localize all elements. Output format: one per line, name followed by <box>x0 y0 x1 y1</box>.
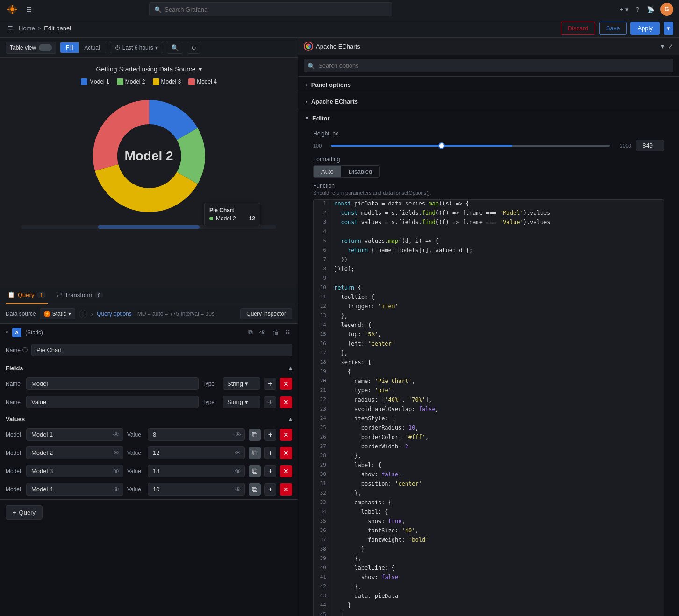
plugin-select-chevron-icon[interactable]: ▾ <box>661 42 664 50</box>
eye-value-icon-3[interactable]: 👁 <box>233 467 243 476</box>
data-source-bar: Data source ⚡ Static ▾ i › Query options… <box>0 304 298 324</box>
save-button[interactable]: Save <box>599 22 627 35</box>
drag-icon[interactable]: ⠿ <box>284 327 292 337</box>
values-label: Values <box>6 416 25 423</box>
add-field-button-2[interactable]: + <box>264 396 276 408</box>
apply-button[interactable]: Apply <box>630 22 660 35</box>
format-auto-button[interactable]: Auto <box>314 166 341 177</box>
avatar[interactable]: G <box>660 3 673 16</box>
delete-value-button-1[interactable]: ✕ <box>280 429 292 441</box>
delete-icon[interactable]: 🗑 <box>271 327 281 337</box>
apply-chevron-icon[interactable]: ▾ <box>664 22 673 35</box>
table-view-toggle[interactable]: Table view <box>6 42 56 54</box>
add-field-button-1[interactable]: + <box>264 378 276 390</box>
time-range-button[interactable]: ⏱ Last 6 hours ▾ <box>110 42 163 53</box>
eye-icon-1[interactable]: 👁 <box>111 430 122 439</box>
tab-transform[interactable]: ⇄ Transform 0 <box>55 287 106 304</box>
add-query-button[interactable]: + Query <box>6 505 43 520</box>
add-value-button-2[interactable]: + <box>264 447 277 459</box>
tab-transform-count: 0 <box>95 292 103 298</box>
delete-field-button-1[interactable]: ✕ <box>280 378 292 390</box>
model-input-1[interactable] <box>26 428 123 441</box>
discard-button[interactable]: Discard <box>561 22 595 35</box>
options-search-input[interactable] <box>304 59 673 72</box>
sidebar-toggle-icon[interactable]: ☰ <box>6 23 15 34</box>
fields-section-header: Fields ▴ <box>0 361 298 375</box>
help-icon[interactable]: ? <box>634 4 641 15</box>
notifications-icon[interactable]: 📡 <box>645 4 657 15</box>
panel-options-header[interactable]: › Panel options <box>298 77 679 93</box>
table-view-switch[interactable] <box>39 44 52 51</box>
tab-query[interactable]: 📋 Query 1 <box>6 287 48 304</box>
model-input-wrap-3: 👁 <box>26 465 123 477</box>
search-bar[interactable]: 🔍 <box>149 2 392 16</box>
model-input-3[interactable] <box>26 465 123 477</box>
zoom-out-icon[interactable]: 🔍 <box>167 42 183 54</box>
main-layout: Table view Fill Actual ⏱ Last 6 hours ▾ … <box>0 38 679 616</box>
fields-chevron-icon[interactable]: ▴ <box>289 365 292 372</box>
delete-value-button-4[interactable]: ✕ <box>280 483 292 496</box>
delete-value-button-3[interactable]: ✕ <box>280 465 292 477</box>
delete-field-button-2[interactable]: ✕ <box>280 396 292 408</box>
hamburger-icon[interactable]: ☰ <box>24 4 34 15</box>
formatting-label: Formatting <box>313 156 664 163</box>
copy-value-button-2[interactable]: ⧉ <box>249 447 261 459</box>
fields-label: Fields <box>6 365 23 372</box>
editor-header[interactable]: ▾ Editor <box>298 110 679 127</box>
datasource-info-button[interactable]: i <box>79 310 87 318</box>
model-label-4: Model <box>6 486 22 493</box>
eye-icon-3[interactable]: 👁 <box>111 467 122 476</box>
eye-value-icon-2[interactable]: 👁 <box>233 448 243 458</box>
value-input-3[interactable] <box>148 465 245 477</box>
copy-value-button-1[interactable]: ⧉ <box>249 429 261 441</box>
value-input-4[interactable] <box>148 483 245 496</box>
copy-value-button-4[interactable]: ⧉ <box>249 483 261 496</box>
name-field: Name ⓘ <box>0 341 298 361</box>
height-slider[interactable] <box>331 145 610 147</box>
copy-value-button-3[interactable]: ⧉ <box>249 465 261 477</box>
add-value-button-4[interactable]: + <box>264 483 277 496</box>
eye-icon-4[interactable]: 👁 <box>111 485 122 494</box>
name-input[interactable] <box>31 344 292 356</box>
fill-button[interactable]: Fill <box>60 42 79 53</box>
add-value-button-3[interactable]: + <box>264 465 277 477</box>
query-inspector-button[interactable]: Query inspector <box>240 308 292 319</box>
type-select-1[interactable]: String ▾ <box>223 377 260 390</box>
type-value-2: String <box>227 398 243 405</box>
pie-center-label: Model 2 <box>124 149 173 163</box>
field-name-input-2[interactable] <box>26 396 199 408</box>
values-chevron-icon[interactable]: ▴ <box>289 416 292 423</box>
height-value-input[interactable] <box>636 140 664 151</box>
type-select-2[interactable]: String ▾ <box>223 396 260 408</box>
datasource-select[interactable]: ⚡ Static ▾ <box>40 308 75 319</box>
eye-icon-2[interactable]: 👁 <box>111 448 122 458</box>
hide-icon[interactable]: 👁 <box>257 327 268 337</box>
code-editor[interactable]: 1 const pieData = data.series.map((s) =>… <box>313 199 664 616</box>
code-line-13: 13 }, <box>314 312 664 321</box>
tooltip-color-dot <box>209 217 213 220</box>
duplicate-icon[interactable]: ⧉ <box>246 327 255 337</box>
actual-button[interactable]: Actual <box>79 42 105 53</box>
panel-expand-icon[interactable]: ⤢ <box>668 42 673 50</box>
eye-value-icon-1[interactable]: 👁 <box>233 430 243 439</box>
add-value-button-1[interactable]: + <box>264 429 277 441</box>
delete-value-button-2[interactable]: ✕ <box>280 447 292 459</box>
query-section: ▾ A (Static) ⧉ 👁 🗑 ⠿ Name ⓘ <box>0 324 298 616</box>
eye-value-icon-4[interactable]: 👁 <box>233 485 243 494</box>
refresh-icon[interactable]: ↻ <box>187 42 200 54</box>
home-link[interactable]: Home <box>19 25 35 32</box>
query-options-button[interactable]: Query options <box>97 311 132 317</box>
value-input-2[interactable] <box>148 446 245 459</box>
add-icon[interactable]: + ▾ <box>618 4 630 15</box>
model-input-2[interactable] <box>26 446 123 459</box>
value-input-1[interactable] <box>148 428 245 441</box>
apache-echarts-header[interactable]: › Apache ECharts <box>298 93 679 110</box>
code-line-12: 12 trigger: 'item' <box>314 303 664 312</box>
search-input[interactable] <box>164 6 387 13</box>
breadcrumb: Home > Edit panel <box>19 25 71 32</box>
chart-title[interactable]: Getting Started using Data Source ▾ <box>96 65 201 73</box>
field-name-input-1[interactable] <box>26 377 199 390</box>
model-input-4[interactable] <box>26 483 123 496</box>
format-disabled-button[interactable]: Disabled <box>341 166 380 177</box>
query-chevron-icon[interactable]: ▾ <box>6 329 8 335</box>
